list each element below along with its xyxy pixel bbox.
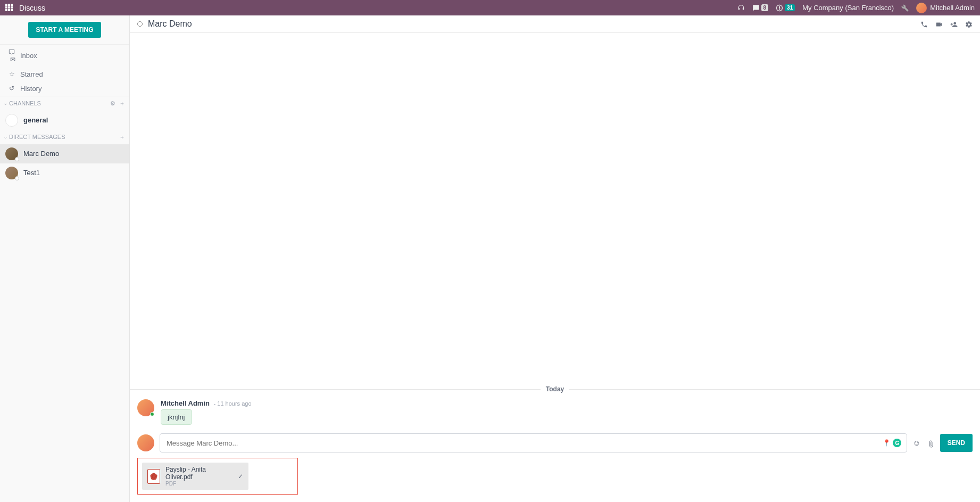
channels-category[interactable]: ⌵ CHANNELS ⚙ ＋ — [0, 96, 129, 111]
message-author-avatar[interactable] — [137, 399, 154, 416]
dm-marc-demo[interactable]: Marc Demo — [0, 144, 129, 163]
message-input[interactable] — [167, 439, 900, 447]
sidebar-history[interactable]: ↺ History — [0, 81, 129, 96]
send-button[interactable]: SEND — [940, 434, 973, 452]
pdf-file-icon — [147, 469, 160, 484]
thread-header: Marc Demo — [130, 15, 980, 33]
dm-header-label: DIRECT MESSAGES — [9, 134, 65, 140]
add-dm-icon[interactable]: ＋ — [119, 134, 125, 140]
attachment-icon[interactable] — [927, 438, 935, 447]
channels-header-label: CHANNELS — [9, 100, 41, 106]
channel-avatar — [5, 114, 18, 127]
attachment-filename: Payslip - Anita Oliver.pdf — [165, 466, 235, 481]
dm-category[interactable]: ⌵ DIRECT MESSAGES ＋ — [0, 130, 129, 144]
inbox-label: Inbox — [20, 52, 37, 60]
sidebar: START A MEETING ✉ Inbox ☆ Starred ↺ Hist… — [0, 15, 130, 502]
chevron-down-icon: ⌵ — [4, 135, 7, 139]
debug-icon[interactable] — [901, 4, 909, 12]
composer-avatar — [137, 434, 154, 451]
dm-avatar — [5, 167, 18, 179]
inbox-icon: ✉ — [7, 48, 16, 64]
chevron-down-icon: ⌵ — [4, 101, 7, 106]
channels-settings-icon[interactable]: ⚙ — [110, 100, 115, 106]
attachment-uploaded-check-icon: ✓ — [238, 473, 243, 480]
history-icon: ↺ — [7, 85, 16, 92]
dm-label: Marc Demo — [23, 150, 59, 158]
thread-settings-icon[interactable] — [965, 20, 973, 28]
emoji-icon[interactable]: ☺ — [912, 438, 920, 447]
sidebar-inbox[interactable]: ✉ Inbox — [0, 45, 129, 67]
message-item: Mitchell Admin - 11 hours ago jknjlnj — [130, 396, 980, 428]
user-menu[interactable]: Mitchell Admin — [916, 3, 975, 13]
start-meeting-button[interactable]: START A MEETING — [28, 22, 101, 38]
call-icon[interactable] — [920, 20, 928, 28]
status-indicator — [137, 21, 143, 27]
star-icon: ☆ — [7, 70, 16, 78]
username-label: Mitchell Admin — [930, 4, 975, 12]
attachment-card[interactable]: Payslip - Anita Oliver.pdf PDF ✓ — [142, 463, 248, 490]
grammarly-pin-icon[interactable]: 📍 — [882, 439, 891, 447]
message-content: jknjlnj — [161, 409, 192, 425]
date-label: Today — [541, 385, 569, 393]
dm-test1[interactable]: Test1 — [0, 163, 129, 183]
date-divider: Today — [130, 385, 980, 393]
activities-icon[interactable]: 31 — [776, 4, 795, 12]
grammarly-icon[interactable]: G — [893, 439, 901, 447]
dm-avatar — [5, 147, 18, 160]
channel-label: general — [23, 116, 48, 124]
voip-icon[interactable] — [737, 4, 745, 12]
messages-icon[interactable]: 8 — [752, 4, 769, 12]
composer-input-container[interactable]: 📍 G — [160, 433, 907, 452]
attachment-filetype: PDF — [165, 481, 235, 487]
thread-title: Marc Demo — [148, 19, 192, 29]
message-list: Today Mitchell Admin - 11 hours ago jknj… — [130, 33, 980, 428]
apps-menu-icon[interactable] — [5, 4, 14, 12]
starred-label: Starred — [20, 70, 43, 78]
add-channel-icon[interactable]: ＋ — [119, 100, 125, 106]
messages-count-badge: 8 — [761, 4, 769, 11]
attachment-highlight-zone: Payslip - Anita Oliver.pdf PDF ✓ — [137, 458, 298, 495]
user-avatar — [916, 3, 927, 13]
add-user-icon[interactable] — [950, 20, 958, 28]
history-label: History — [20, 85, 41, 93]
activities-count-badge: 31 — [785, 4, 795, 11]
app-name: Discuss — [19, 4, 45, 12]
video-call-icon[interactable] — [935, 20, 943, 28]
message-author[interactable]: Mitchell Admin — [161, 399, 210, 407]
channel-general[interactable]: general — [0, 111, 129, 130]
message-timestamp: - 11 hours ago — [214, 400, 252, 407]
sidebar-starred[interactable]: ☆ Starred — [0, 67, 129, 81]
company-switcher[interactable]: My Company (San Francisco) — [802, 4, 894, 12]
dm-label: Test1 — [23, 169, 40, 177]
